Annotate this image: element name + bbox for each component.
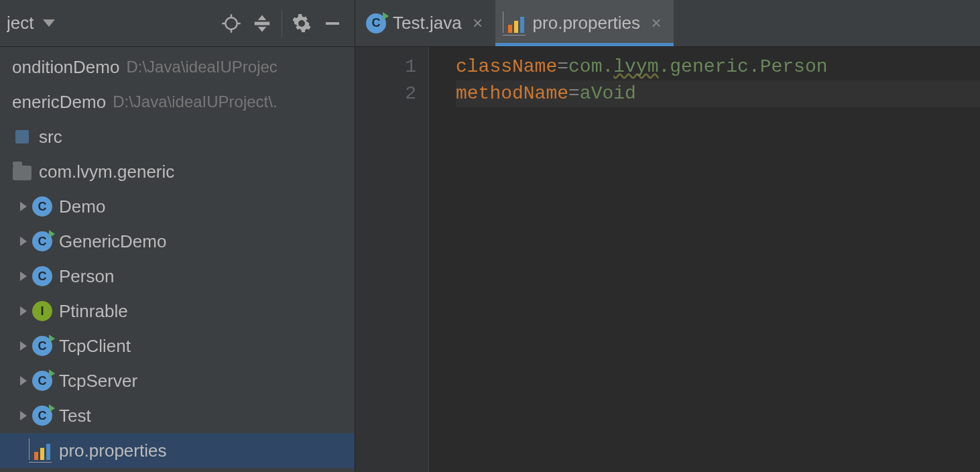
java-runnable-class-icon: C	[32, 336, 52, 356]
property-key: methodName	[456, 83, 568, 104]
hide-icon[interactable]	[318, 9, 347, 38]
tree-file[interactable]: CGenericDemo	[0, 224, 355, 259]
tree-node-label: com.lvym.generic	[39, 162, 174, 182]
property-value: com.lvym.generic.Person	[568, 56, 827, 77]
java-runnable-class-icon: C	[32, 231, 52, 251]
editor-tab-bar: CTest.java×pro.properties×	[355, 0, 980, 47]
expand-caret-icon[interactable]	[20, 341, 27, 351]
svg-rect-5	[255, 21, 270, 25]
expand-caret-icon[interactable]	[20, 306, 27, 316]
expand-caret-icon[interactable]	[20, 202, 27, 211]
tree-node-label: enericDemo	[12, 92, 106, 113]
java-runnable-class-icon: C	[32, 371, 52, 391]
expand-caret-icon[interactable]	[20, 411, 27, 420]
equals-sign: =	[557, 56, 568, 77]
spellcheck-warning: lvym	[613, 56, 658, 77]
tree-node-label: Ptinrable	[59, 301, 128, 322]
tree-node-label: Person	[59, 266, 114, 287]
tab-label: Test.java	[393, 13, 462, 34]
java-class-icon: C	[32, 196, 52, 217]
tree-node-label: TcpClient	[59, 336, 131, 357]
editor-tab[interactable]: pro.properties×	[495, 0, 674, 46]
gear-icon[interactable]	[288, 9, 316, 38]
tree-file[interactable]: CTest	[0, 398, 355, 433]
svg-marker-7	[258, 27, 267, 32]
locate-icon[interactable]	[217, 9, 245, 38]
java-runnable-class-icon: C	[32, 406, 52, 426]
tree-node-label: onditionDemo	[12, 57, 119, 78]
svg-point-0	[225, 17, 237, 30]
tree-package[interactable]: com.lvym.generic	[0, 154, 355, 189]
java-interface-icon: I	[32, 301, 52, 321]
java-class-icon: C	[32, 266, 52, 286]
tab-label: pro.properties	[533, 13, 640, 34]
editor-tab[interactable]: CTest.java×	[355, 0, 495, 46]
close-tab-icon[interactable]: ×	[471, 17, 485, 30]
equals-sign: =	[568, 83, 580, 104]
divider	[282, 10, 282, 37]
tree-node-path: D:\Java\ideaIUProjec	[126, 58, 277, 76]
expand-all-icon[interactable]	[248, 9, 276, 38]
package-icon	[13, 166, 32, 180]
project-selector-label: ject	[7, 13, 34, 34]
project-panel-title[interactable]: ject	[7, 13, 216, 34]
tree-node-label: Test	[59, 406, 91, 426]
properties-file-icon	[33, 441, 52, 460]
project-tree[interactable]: onditionDemoD:\Java\ideaIUProjecenericDe…	[0, 47, 355, 472]
tree-file[interactable]: CPerson	[0, 259, 355, 294]
property-key: className	[456, 56, 557, 77]
source-folder-icon	[15, 130, 29, 143]
tree-node-path: D:\Java\ideaIUProject\.	[113, 93, 277, 111]
project-panel-header: ject	[0, 0, 355, 47]
chevron-down-icon	[43, 19, 55, 27]
tree-src-folder[interactable]: src	[0, 119, 355, 154]
expand-caret-icon[interactable]	[20, 237, 27, 246]
java-runnable-class-icon: C	[366, 13, 386, 34]
tree-node-label: pro.properties	[59, 440, 166, 461]
tree-file[interactable]: CDemo	[0, 189, 355, 224]
close-tab-icon[interactable]: ×	[650, 17, 663, 30]
expand-caret-icon[interactable]	[20, 272, 27, 281]
svg-marker-6	[258, 15, 267, 20]
tree-node-label: GenericDemo	[59, 231, 166, 252]
tree-module[interactable]: onditionDemoD:\Java\ideaIUProjec	[0, 50, 355, 84]
code-editor[interactable]: 12 className=com.lvym.generic.Personmeth…	[355, 47, 980, 472]
tree-node-label: Demo	[59, 196, 105, 217]
gutter: 12	[355, 47, 429, 472]
code-area[interactable]: className=com.lvym.generic.PersonmethodN…	[429, 47, 980, 472]
expand-caret-icon[interactable]	[20, 376, 27, 386]
tree-module[interactable]: enericDemoD:\Java\ideaIUProject\.	[0, 84, 355, 119]
properties-file-icon	[507, 14, 526, 33]
tree-node-label: src	[39, 127, 62, 148]
property-value: aVoid	[580, 83, 636, 104]
tree-file[interactable]: pro.properties	[0, 433, 355, 468]
code-line[interactable]: methodName=aVoid	[456, 80, 980, 107]
tree-file[interactable]: CTcpServer	[0, 363, 355, 398]
line-number: 1	[355, 54, 416, 80]
tree-file[interactable]: IPtinrable	[0, 294, 355, 329]
code-line[interactable]: className=com.lvym.generic.Person	[456, 54, 980, 80]
line-number: 2	[355, 80, 416, 107]
tree-node-label: TcpServer	[59, 371, 137, 392]
tree-file[interactable]: CTcpClient	[0, 329, 355, 363]
